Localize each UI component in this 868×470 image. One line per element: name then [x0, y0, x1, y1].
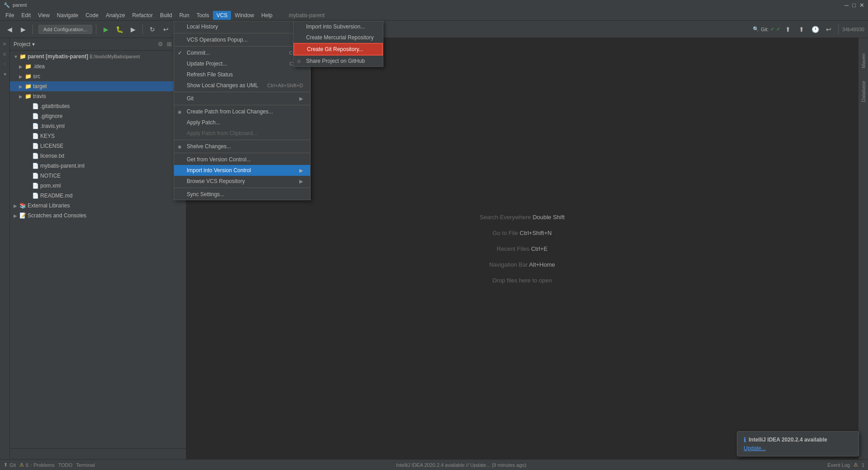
- maximize-button[interactable]: □: [852, 2, 856, 9]
- vcs-create-patch[interactable]: ◉ Create Patch from Local Changes...: [174, 106, 310, 117]
- tree-item-scratches[interactable]: ▶ 📝 Scratches and Consoles: [10, 211, 186, 221]
- menu-window[interactable]: Window: [231, 11, 258, 20]
- tree-item-license[interactable]: 📄 LICENSE: [10, 141, 186, 151]
- vcs-get-from-vcs[interactable]: Get from Version Control...: [174, 154, 310, 165]
- vcs-sync-settings[interactable]: Sync Settings...: [174, 189, 310, 200]
- create-git-repository[interactable]: Create Git Repository...: [293, 43, 383, 56]
- forward-button[interactable]: ▶: [17, 24, 29, 35]
- project-expand-icon[interactable]: ⊞: [166, 40, 173, 48]
- toolbar-search-icon[interactable]: 🔍: [753, 26, 759, 32]
- tree-item-travis-yml[interactable]: 📄 .travis.yml: [10, 121, 186, 131]
- src-arrow: ▶: [19, 74, 24, 79]
- tree-item-readme[interactable]: 📄 README.md: [10, 191, 186, 201]
- minimize-button[interactable]: ─: [844, 2, 849, 9]
- menu-build[interactable]: Build: [156, 11, 176, 20]
- event-log-label[interactable]: Event Log: [827, 462, 850, 468]
- import-into-vcs-label: Import into Version Control: [187, 167, 251, 174]
- sync-settings-label: Sync Settings...: [187, 191, 224, 197]
- tree-item-license-txt[interactable]: 📄 license.txt: [10, 151, 186, 161]
- git-fetch-button[interactable]: ⬆: [782, 24, 794, 35]
- toolbar: ◀ ▶ Add Configuration... ▶ 🐛 ▶ ↻ ↩ 📁 🔍 G…: [0, 21, 868, 38]
- create-mercurial-repo[interactable]: Create Mercurial Repository: [293, 32, 383, 43]
- travis-yml-icon: 📄: [32, 123, 39, 129]
- status-git-tab[interactable]: ⬆ Git: [4, 462, 16, 468]
- tree-item-external-libs[interactable]: ▶ 📚 External Libraries: [10, 201, 186, 211]
- close-button[interactable]: ✕: [859, 2, 864, 9]
- git-revert-button[interactable]: ↩: [823, 24, 835, 35]
- menu-vcs[interactable]: VCS: [213, 11, 231, 20]
- tree-item-travis[interactable]: ▶ 📁 travis: [10, 91, 186, 101]
- status-bar: ⬆ Git ⚠ 6 : Problems TODO Terminal Intel…: [0, 459, 868, 470]
- menu-help[interactable]: Help: [258, 11, 276, 20]
- problems-label: Problems: [33, 462, 54, 468]
- git-push-button[interactable]: ⬆: [796, 24, 807, 35]
- share-github[interactable]: ⊙ Share Project on GitHub: [293, 56, 383, 66]
- vcs-menu-panel: Local History ▶ VCS Operations Popup... …: [174, 21, 311, 200]
- tree-root[interactable]: ▼ 📁 parent [mybatis-parent] E:\tools\MyB…: [10, 52, 186, 61]
- pull-request-icon[interactable]: ↑: [0, 60, 9, 69]
- add-configuration-button[interactable]: Add Configuration...: [38, 25, 92, 34]
- git-history-button[interactable]: 🕐: [809, 24, 821, 35]
- status-todo-tab[interactable]: TODO: [58, 462, 73, 468]
- status-problems-tab[interactable]: ⚠ 6 : Problems: [19, 462, 55, 468]
- menu-analyze[interactable]: Analyze: [102, 11, 129, 20]
- tree-item-target[interactable]: ▶ 📁 target: [10, 81, 186, 91]
- vcs-operations-label: VCS Operations Popup...: [187, 37, 248, 43]
- coverage-button[interactable]: ▶: [127, 24, 139, 35]
- database-panel-label[interactable]: Database: [860, 79, 867, 104]
- project-settings-icon[interactable]: ⚙: [157, 40, 164, 48]
- tree-item-gitignore[interactable]: 📄 .gitignore: [10, 111, 186, 121]
- vcs-local-history[interactable]: Local History ▶: [174, 21, 310, 32]
- status-terminal-tab[interactable]: Terminal: [76, 462, 95, 468]
- vcs-commit[interactable]: ✓ Commit... Ctrl+K: [174, 47, 310, 58]
- maven-panel-label[interactable]: Maven: [860, 52, 867, 70]
- menu-tools[interactable]: Tools: [193, 11, 213, 20]
- title-controls[interactable]: ─ □ ✕: [844, 2, 864, 9]
- vcs-refresh-file-status[interactable]: Refresh File Status: [174, 69, 310, 80]
- tree-item-notice[interactable]: 📄 NOTICE: [10, 171, 186, 181]
- vcs-operations-popup[interactable]: VCS Operations Popup... Alt+`: [174, 34, 310, 45]
- debug-button[interactable]: 🐛: [113, 24, 125, 35]
- vcs-import-into-vcs[interactable]: Import into Version Control ▶: [174, 165, 310, 176]
- import-subversion-label: Import into Subversion...: [306, 24, 365, 30]
- scratches-label: Scratches and Consoles: [28, 212, 186, 219]
- tree-item-keys[interactable]: 📄 KEYS: [10, 131, 186, 141]
- show-local-changes-shortcut: Ctrl+Alt+Shift+D: [267, 83, 303, 88]
- target-folder-icon: 📁: [25, 83, 32, 89]
- sep-3: [174, 92, 310, 92]
- menu-navigate[interactable]: Navigate: [53, 11, 82, 20]
- tree-item-idea[interactable]: ▶ 📁 .idea: [10, 61, 186, 71]
- run-button[interactable]: ▶: [100, 24, 112, 35]
- sep-5: [174, 140, 310, 140]
- menu-edit[interactable]: Edit: [18, 11, 34, 20]
- favorites-icon[interactable]: ★: [0, 70, 9, 79]
- menu-file[interactable]: File: [2, 11, 18, 20]
- tree-item-gitattributes[interactable]: 📄 .gitattributes: [10, 101, 186, 111]
- vcs-update-project[interactable]: Update Project... Ctrl+T: [174, 58, 310, 69]
- project-icon[interactable]: P: [0, 40, 9, 49]
- menu-run[interactable]: Run: [176, 11, 193, 20]
- import-subversion[interactable]: Import into Subversion...: [293, 21, 383, 32]
- tree-item-src[interactable]: ▶ 📁 src: [10, 71, 186, 81]
- back-button[interactable]: ◀: [4, 24, 15, 35]
- tree-item-mybatis-iml[interactable]: 📄 mybatis-parent.iml: [10, 161, 186, 171]
- tree-item-pom[interactable]: 📄 pom.xml: [10, 181, 186, 191]
- notification-update-link[interactable]: Update...: [744, 445, 766, 451]
- ext-libs-label: External Libraries: [28, 202, 186, 209]
- git-check-green2: ✓: [776, 26, 780, 32]
- sep-7: [174, 188, 310, 188]
- vcs-browse-repository[interactable]: Browse VCS Repository ▶: [174, 176, 310, 187]
- src-folder-icon: 📁: [25, 73, 32, 80]
- git-check-green: ✓: [770, 26, 774, 32]
- menu-refactor[interactable]: Refactor: [129, 11, 156, 20]
- menu-code[interactable]: Code: [82, 11, 102, 20]
- menu-view[interactable]: View: [34, 11, 53, 20]
- vcs-show-local-changes[interactable]: Show Local Changes as UML Ctrl+Alt+Shift…: [174, 80, 310, 91]
- update-button[interactable]: ↻: [146, 24, 158, 35]
- right-sidebar: Maven Database: [858, 38, 868, 459]
- commit-icon[interactable]: C: [0, 50, 9, 59]
- undo-button[interactable]: ↩: [160, 24, 172, 35]
- vcs-git[interactable]: Git ▶: [174, 93, 310, 104]
- vcs-apply-patch[interactable]: Apply Patch...: [174, 117, 310, 128]
- vcs-shelve-changes[interactable]: ◉ Shelve Changes...: [174, 141, 310, 152]
